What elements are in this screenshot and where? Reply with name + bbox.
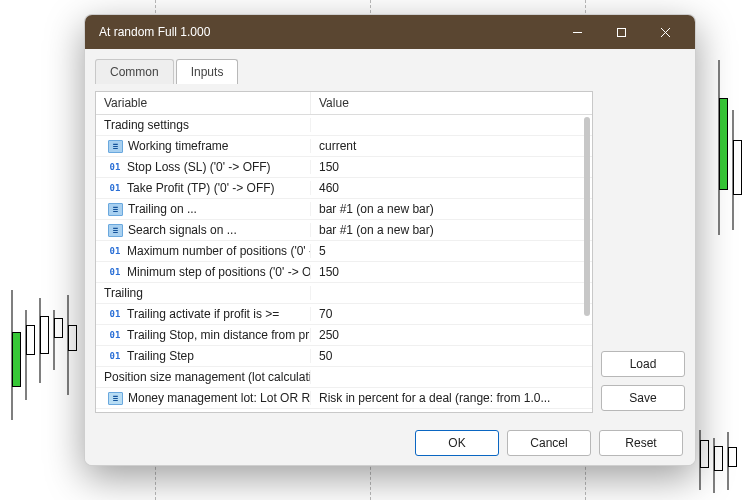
- number-type-icon: [108, 330, 122, 341]
- variable-cell: Trading settings: [96, 118, 311, 132]
- cancel-button[interactable]: Cancel: [507, 430, 591, 456]
- value-cell[interactable]: bar #1 (on a new bar): [311, 202, 592, 216]
- properties-dialog: At random Full 1.000 Common Inputs Varia…: [84, 14, 696, 466]
- value-cell[interactable]: 50: [311, 349, 592, 363]
- table-row[interactable]: Search signals on ...bar #1 (on a new ba…: [96, 220, 592, 241]
- variable-cell: Trailing activate if profit is >=: [96, 307, 311, 321]
- svg-rect-1: [617, 28, 625, 36]
- variable-label: Trailing Step: [127, 349, 194, 363]
- value-cell[interactable]: 250: [311, 328, 592, 342]
- table-row[interactable]: Maximum number of positions ('0' -> O...…: [96, 241, 592, 262]
- value-cell[interactable]: current: [311, 139, 592, 153]
- variable-cell: Money management lot: Lot OR Risk: [96, 391, 311, 405]
- table-row[interactable]: [96, 409, 592, 412]
- tab-strip: Common Inputs: [85, 49, 695, 83]
- table-section-row: Trailing: [96, 283, 592, 304]
- table-row[interactable]: Trailing activate if profit is >=70: [96, 304, 592, 325]
- dialog-body: Variable Value Trading settingsWorking t…: [85, 83, 695, 421]
- variable-cell: Minimum step of positions ('0' -> OFF): [96, 265, 311, 279]
- variable-cell: Position size management (lot calculatio…: [96, 370, 311, 384]
- number-type-icon: [108, 183, 122, 194]
- number-type-icon: [108, 246, 122, 257]
- table-row[interactable]: Stop Loss (SL) ('0' -> OFF)150: [96, 157, 592, 178]
- scrollbar[interactable]: [584, 117, 590, 410]
- inputs-table: Variable Value Trading settingsWorking t…: [95, 91, 593, 413]
- variable-cell: Maximum number of positions ('0' -> O...: [96, 244, 311, 258]
- table-section-row: Position size management (lot calculatio…: [96, 367, 592, 388]
- value-cell[interactable]: 460: [311, 181, 592, 195]
- table-row[interactable]: Trailing Step50: [96, 346, 592, 367]
- variable-cell: Trailing Stop, min distance from price t…: [96, 328, 311, 342]
- col-value[interactable]: Value: [311, 92, 592, 114]
- col-variable[interactable]: Variable: [96, 92, 311, 114]
- load-button[interactable]: Load: [601, 351, 685, 377]
- close-button[interactable]: [643, 17, 687, 47]
- tab-inputs[interactable]: Inputs: [176, 59, 239, 84]
- variable-label: Position size management (lot calculatio…: [104, 370, 311, 384]
- enum-type-icon: [108, 392, 123, 405]
- variable-cell: Search signals on ...: [96, 223, 311, 237]
- number-type-icon: [108, 309, 122, 320]
- variable-cell: Working timeframe: [96, 139, 311, 153]
- table-row[interactable]: Money management lot: Lot OR RiskRisk in…: [96, 388, 592, 409]
- variable-label: Working timeframe: [128, 139, 228, 153]
- value-cell[interactable]: 70: [311, 307, 592, 321]
- tab-common[interactable]: Common: [95, 59, 174, 84]
- enum-type-icon: [108, 203, 123, 216]
- table-row[interactable]: Take Profit (TP) ('0' -> OFF)460: [96, 178, 592, 199]
- variable-label: Minimum step of positions ('0' -> OFF): [127, 265, 311, 279]
- variable-cell: Stop Loss (SL) ('0' -> OFF): [96, 160, 311, 174]
- table-row[interactable]: Trailing Stop, min distance from price t…: [96, 325, 592, 346]
- value-cell[interactable]: 150: [311, 265, 592, 279]
- variable-label: Search signals on ...: [128, 223, 237, 237]
- value-cell[interactable]: bar #1 (on a new bar): [311, 223, 592, 237]
- side-buttons: Load Save: [601, 91, 685, 413]
- variable-label: Take Profit (TP) ('0' -> OFF): [127, 181, 275, 195]
- value-cell[interactable]: Risk in percent for a deal (range: from …: [311, 391, 592, 405]
- scrollbar-thumb[interactable]: [584, 117, 590, 316]
- number-type-icon: [108, 351, 122, 362]
- variable-cell: Trailing Step: [96, 349, 311, 363]
- titlebar[interactable]: At random Full 1.000: [85, 15, 695, 49]
- variable-cell: Trailing on ...: [96, 202, 311, 216]
- variable-label: Stop Loss (SL) ('0' -> OFF): [127, 160, 271, 174]
- table-header: Variable Value: [96, 92, 592, 115]
- variable-label: Trailing on ...: [128, 202, 197, 216]
- enum-type-icon: [108, 140, 123, 153]
- table-body: Trading settingsWorking timeframecurrent…: [96, 115, 592, 412]
- variable-cell: Trailing: [96, 286, 311, 300]
- dialog-footer: OK Cancel Reset: [85, 421, 695, 465]
- ok-button[interactable]: OK: [415, 430, 499, 456]
- variable-label: Trading settings: [104, 118, 189, 132]
- table-row[interactable]: Trailing on ...bar #1 (on a new bar): [96, 199, 592, 220]
- number-type-icon: [108, 162, 122, 173]
- variable-label: Trailing: [104, 286, 143, 300]
- minimize-button[interactable]: [555, 17, 599, 47]
- app-canvas: At random Full 1.000 Common Inputs Varia…: [0, 0, 750, 500]
- save-button[interactable]: Save: [601, 385, 685, 411]
- table-section-row: Trading settings: [96, 115, 592, 136]
- variable-label: Money management lot: Lot OR Risk: [128, 391, 311, 405]
- maximize-button[interactable]: [599, 17, 643, 47]
- enum-type-icon: [108, 224, 123, 237]
- variable-label: Trailing Stop, min distance from price t…: [127, 328, 311, 342]
- variable-label: Trailing activate if profit is >=: [127, 307, 279, 321]
- number-type-icon: [108, 267, 122, 278]
- window-title: At random Full 1.000: [99, 25, 555, 39]
- table-row[interactable]: Working timeframecurrent: [96, 136, 592, 157]
- variable-label: Maximum number of positions ('0' -> O...: [127, 244, 311, 258]
- value-cell[interactable]: 5: [311, 244, 592, 258]
- table-row[interactable]: Minimum step of positions ('0' -> OFF)15…: [96, 262, 592, 283]
- value-cell[interactable]: 150: [311, 160, 592, 174]
- variable-cell: Take Profit (TP) ('0' -> OFF): [96, 181, 311, 195]
- reset-button[interactable]: Reset: [599, 430, 683, 456]
